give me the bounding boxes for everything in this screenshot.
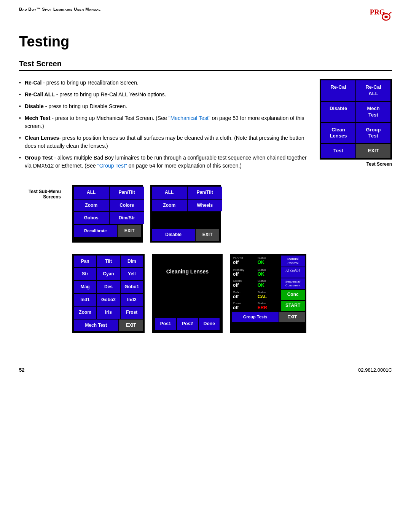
submenu-section: Test Sub-Menu Screens ALL Pan/Tilt Zoom … [19, 185, 392, 243]
svg-line-3 [389, 12, 391, 14]
cyan-btn[interactable]: Cyan [97, 268, 119, 280]
test-screen-panel: Re-Cal Re-CalALL Disable MechTest CleanL… [320, 79, 392, 160]
exit-btn-2[interactable]: EXIT [196, 229, 219, 241]
gobo1-btn[interactable]: Gobo1 [121, 281, 143, 293]
pan-btn[interactable]: Pan [74, 256, 96, 268]
intensity-label: Intensity [233, 268, 255, 272]
status-value-1: OK [258, 260, 279, 265]
colors-label: Colors [233, 279, 255, 283]
tilt-btn[interactable]: Tilt [97, 256, 119, 268]
gobos-btn[interactable]: Gobos [74, 212, 109, 224]
group-tests-btn[interactable]: Group Tests [232, 312, 279, 322]
status-value-3: OK [258, 283, 279, 288]
status-label-4: Status [258, 291, 279, 294]
group-test-button[interactable]: GroupTest [356, 123, 390, 144]
dim-btn[interactable]: Dim [121, 256, 143, 268]
main-content-area: Re-Cal - press to bring up Recalibration… [19, 79, 392, 174]
frost-btn[interactable]: Frost [121, 307, 143, 319]
all-on-off-btn[interactable]: All On/Off [281, 267, 305, 278]
lower-screens-section: Pan Tilt Dim Str Cyan Yell Mag Des Gobo1… [72, 254, 392, 333]
logo-container: PRG [369, 7, 392, 22]
colors-btn[interactable]: Colors [110, 200, 145, 212]
list-item: Re-Call ALL - press to bring up Re-Cal A… [19, 91, 308, 99]
zoom-mech-btn[interactable]: Zoom [74, 307, 96, 319]
pan-tilt-value: off [233, 260, 255, 265]
submenu-screens: ALL Pan/Tilt Zoom Colors Gobos Dim/Str R… [72, 185, 221, 243]
gobo2-btn[interactable]: Gobo2 [97, 294, 119, 306]
mech-test-bottom-btn[interactable]: Mech Test [74, 320, 118, 332]
test-screen-caption: Test Screen [366, 161, 392, 167]
status-label-1: Status [258, 256, 279, 260]
section-title: Test Screen [19, 59, 392, 71]
pos1-btn[interactable]: Pos1 [155, 318, 176, 330]
svg-point-2 [384, 16, 388, 18]
dim-str-btn[interactable]: Dim/Str [110, 212, 145, 224]
list-item: Re-Cal - press to bring up Recalibration… [19, 79, 308, 87]
status-value-4: CAL [258, 294, 279, 299]
pos2-btn[interactable]: Pos2 [177, 318, 198, 330]
zoom-btn-2[interactable]: Zoom [152, 200, 187, 212]
ind2-btn[interactable]: Ind2 [121, 294, 143, 306]
gobo-label: Gobo [233, 291, 255, 294]
recalibrate-btn[interactable]: Recalibrate [74, 225, 117, 237]
done-btn[interactable]: Done [199, 318, 220, 330]
start-btn[interactable]: START [281, 301, 305, 311]
exit-button[interactable]: EXIT [356, 144, 390, 158]
ind1-btn[interactable]: Ind1 [74, 294, 96, 306]
status-label-5: Status [258, 302, 279, 305]
list-item: Clean Lenses- press to position lenses s… [19, 134, 308, 150]
colors-value: off [233, 283, 255, 288]
zoom-label: Zoom [233, 302, 255, 305]
disable-btn-2[interactable]: Disable [152, 229, 195, 241]
conc-btn[interactable]: Conc [281, 290, 305, 300]
mag-btn[interactable]: Mag [74, 281, 96, 293]
submenu-label: Test Sub-Menu Screens [19, 185, 65, 200]
page-number: 52 [19, 367, 24, 373]
cleaning-btn-row: Pos1 Pos2 Done [155, 318, 220, 330]
status-value-5: ERR [258, 305, 279, 310]
disable-button[interactable]: Disable [321, 102, 355, 122]
mech-test-link[interactable]: "Mechanical Test" [169, 115, 210, 121]
group-tests-screen: Pan/Tilt off Status OK ManualControl Int… [230, 254, 306, 333]
prg-logo: PRG [369, 7, 392, 22]
test-screen-container: Re-Cal Re-CalALL Disable MechTest CleanL… [320, 79, 392, 174]
status-label-2: Status [258, 268, 279, 272]
wheels-btn[interactable]: Wheels [188, 200, 223, 212]
submenu-screen2: ALL Pan/Tilt Zoom Wheels Disable EXIT [150, 185, 221, 243]
doc-number: 02.9812.0001C [358, 367, 392, 373]
mech-test-screen: Pan Tilt Dim Str Cyan Yell Mag Des Gobo1… [72, 254, 145, 333]
recal-button[interactable]: Re-Cal [321, 80, 355, 101]
iris-btn[interactable]: Iris [97, 307, 119, 319]
sequential-concurrent-btn[interactable]: Sequential/Concurrent [281, 278, 305, 289]
pan-tilt-btn-2[interactable]: Pan/Tilt [188, 187, 223, 199]
page-footer: 52 02.9812.0001C [0, 363, 411, 377]
all-btn[interactable]: ALL [74, 187, 109, 199]
yell-btn[interactable]: Yell [121, 268, 143, 280]
page-content: Testing Test Screen Re-Cal - press to br… [0, 22, 411, 352]
mech-test-button[interactable]: MechTest [356, 102, 390, 122]
gobo-value: off [233, 294, 255, 299]
pan-tilt-btn[interactable]: Pan/Tilt [110, 187, 145, 199]
cleaning-lenses-screen: Cleaning Lenses Pos1 Pos2 Done [152, 254, 223, 333]
all-btn-2[interactable]: ALL [152, 187, 187, 199]
zoom-value: off [233, 305, 255, 310]
exit-btn-3[interactable]: EXIT [119, 320, 143, 332]
test-button[interactable]: Test [321, 144, 355, 158]
chapter-title: Testing [19, 34, 392, 50]
des-btn[interactable]: Des [97, 281, 119, 293]
manual-title: Bad Boy™ Spot Luminaire User Manual [19, 7, 100, 11]
list-item: Mech Test - press to bring up Mechanical… [19, 114, 308, 130]
str-btn[interactable]: Str [74, 268, 96, 280]
list-item: Group Test - allows multiple Bad Boy lum… [19, 154, 308, 170]
exit-btn-4[interactable]: EXIT [279, 312, 305, 322]
submenu-screen1: ALL Pan/Tilt Zoom Colors Gobos Dim/Str R… [72, 185, 143, 243]
status-value-2: OK [258, 272, 279, 277]
feature-list: Re-Cal - press to bring up Recalibration… [19, 79, 308, 170]
bullet-content: Re-Cal - press to bring up Recalibration… [19, 79, 308, 174]
recal-all-button[interactable]: Re-CalALL [356, 80, 390, 101]
clean-lenses-button[interactable]: CleanLenses [321, 123, 355, 144]
exit-btn-1[interactable]: EXIT [118, 225, 141, 237]
group-test-link[interactable]: "Group Test" [97, 163, 127, 169]
zoom-btn[interactable]: Zoom [74, 200, 109, 212]
manual-control-btn[interactable]: ManualControl [281, 256, 305, 267]
